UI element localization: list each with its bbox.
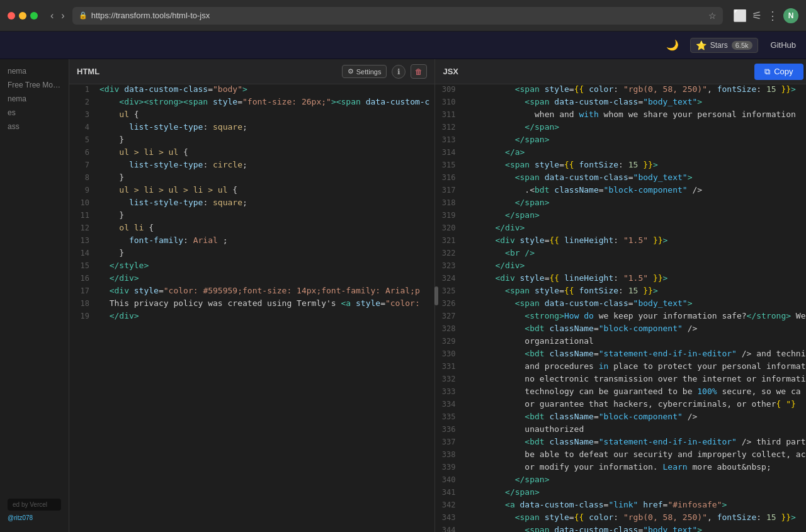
url-text: https://transform.tools/html-to-jsx <box>91 11 705 20</box>
close-window-btn[interactable] <box>8 12 15 20</box>
github-stars-widget[interactable]: ⭐ Stars 6.5k <box>690 38 758 53</box>
line-number: 15 <box>69 261 94 270</box>
sidebar-item-es[interactable]: es <box>0 106 69 120</box>
address-bar[interactable]: 🔒 https://transform.tools/html-to-jsx ☆ <box>72 7 723 25</box>
html-line-6: 6 ul > li > ul { <box>69 147 434 160</box>
profile-btn[interactable]: ⚟ <box>752 9 762 23</box>
line-code: ul > li > ul > li > ul { <box>94 185 434 195</box>
jsx-panel-title: JSX <box>443 67 458 76</box>
sidebar-item-nema1[interactable]: nema <box>0 64 69 78</box>
line-code: </style> <box>94 261 434 270</box>
line-number: 316 <box>435 173 460 182</box>
extensions-btn[interactable]: ⬜ <box>733 9 747 23</box>
settings-button[interactable]: ⚙ Settings <box>342 65 387 78</box>
jsx-line-322: 322 <br /> <box>435 248 806 261</box>
line-code: technology can be guaranteed to be 100% … <box>460 387 806 396</box>
dark-mode-toggle[interactable]: 🌙 <box>662 37 683 54</box>
html-line-16: 16 </div> <box>69 273 434 286</box>
line-code: <span style={{ fontSize: 15 }}> <box>460 160 806 169</box>
jsx-line-314: 314 </a> <box>435 147 806 160</box>
line-code: <bdt className="block-component" /> <box>460 412 806 421</box>
line-code: or guarantee that hackers, cybercriminal… <box>460 399 806 409</box>
line-number: 323 <box>435 261 460 270</box>
line-number: 318 <box>435 198 460 207</box>
powered-by-text: ed by Vercel <box>13 501 47 508</box>
editor-container: nema Free Tree Model nema es ass ed by V… <box>0 59 806 532</box>
line-number: 309 <box>435 84 460 94</box>
html-line-1: 1 <div data-custom-class="body"> <box>69 84 434 97</box>
jsx-line-332: 332 no electronic transmission over the … <box>435 374 806 387</box>
line-code: <a data-custom-class="link" href="#infos… <box>460 500 806 509</box>
line-number: 317 <box>435 185 460 195</box>
settings-icon: ⚙ <box>348 67 354 76</box>
jsx-panel: JSX ⧉ Copy 309 <span style={{ color: "rg… <box>435 59 806 532</box>
info-button[interactable]: ℹ <box>392 65 406 79</box>
line-code: be able to defeat our security and impro… <box>460 450 806 459</box>
line-number: 14 <box>69 248 94 258</box>
forward-btn[interactable]: › <box>59 9 67 23</box>
jsx-line-331: 331 and procedures in place to protect y… <box>435 361 806 374</box>
html-line-19: 19 </div> <box>69 311 434 324</box>
html-line-7: 7 list-style-type: circle; <box>69 160 434 173</box>
jsx-code-area[interactable]: 309 <span style={{ color: "rgb(0, 58, 25… <box>435 84 806 532</box>
line-number: 19 <box>69 311 94 320</box>
copy-button[interactable]: ⧉ Copy <box>754 64 803 80</box>
line-code: ul { <box>94 110 434 119</box>
info-icon: ℹ <box>397 67 400 76</box>
line-code: </div> <box>460 261 806 270</box>
line-code: list-style-type: circle; <box>94 160 434 169</box>
nav-arrows: ‹ › <box>48 9 67 23</box>
github-link[interactable]: GitHub <box>771 40 796 50</box>
user-link[interactable]: @ritz078 <box>8 514 33 521</box>
sidebar-item-ass[interactable]: ass <box>0 120 69 133</box>
jsx-line-340: 340 </span> <box>435 475 806 487</box>
line-number: 2 <box>69 97 94 106</box>
line-code: and procedures in place to protect your … <box>460 361 806 371</box>
bookmark-icon[interactable]: ☆ <box>708 11 717 21</box>
html-line-17: 17 <div style="color: #595959;font-size:… <box>69 286 434 298</box>
line-code: <bdt className="statement-end-if-in-edit… <box>460 437 806 446</box>
html-line-11: 11 } <box>69 210 434 223</box>
line-code: list-style-type: square; <box>94 122 434 132</box>
line-number: 330 <box>435 349 460 358</box>
line-number: 6 <box>69 147 94 157</box>
back-btn[interactable]: ‹ <box>48 9 56 23</box>
minimize-window-btn[interactable] <box>19 12 26 20</box>
line-code: ul > li > ul { <box>94 147 434 157</box>
jsx-line-313: 313 </span> <box>435 135 806 147</box>
maximize-window-btn[interactable] <box>30 12 38 20</box>
line-number: 324 <box>435 273 460 283</box>
line-number: 16 <box>69 273 94 283</box>
html-code-area[interactable]: 1 <div data-custom-class="body"> 2 <div>… <box>69 84 434 532</box>
jsx-line-334: 334 or guarantee that hackers, cybercrim… <box>435 399 806 412</box>
html-line-3: 3 ul { <box>69 110 434 122</box>
jsx-line-336: 336 unauthorized <box>435 424 806 437</box>
jsx-line-333: 333 technology can be guaranteed to be 1… <box>435 387 806 399</box>
line-code: } <box>94 173 434 182</box>
line-number: 13 <box>69 235 94 245</box>
line-code: no electronic transmission over the inte… <box>460 374 806 383</box>
line-code: <br /> <box>460 248 806 258</box>
line-number: 326 <box>435 298 460 308</box>
jsx-line-326: 326 <span data-custom-class="body_text"> <box>435 298 806 311</box>
line-code: </span> <box>460 122 806 132</box>
line-number: 7 <box>69 160 94 169</box>
html-line-10: 10 list-style-type: square; <box>69 198 434 210</box>
html-panel-header: HTML ⚙ Settings ℹ 🗑 <box>69 59 434 84</box>
line-code: </span> <box>460 210 806 220</box>
jsx-panel-header: JSX ⧉ Copy <box>435 59 806 84</box>
sidebar-item-freetree[interactable]: Free Tree Model <box>0 78 69 92</box>
jsx-line-310: 310 <span data-custom-class="body_text"> <box>435 97 806 110</box>
line-number: 1 <box>69 84 94 94</box>
line-code: when and with whom we share your persona… <box>460 110 806 119</box>
line-code: <span style={{ color: "rgb(0, 58, 250)",… <box>460 84 806 94</box>
menu-btn[interactable]: ⋮ <box>767 9 778 23</box>
html-line-12: 12 ol li { <box>69 223 434 235</box>
jsx-line-342: 342 <a data-custom-class="link" href="#i… <box>435 500 806 512</box>
sidebar-item-nema2[interactable]: nema <box>0 92 69 106</box>
jsx-line-321: 321 <div style={{ lineHeight: "1.5" }}> <box>435 235 806 248</box>
line-code: <span style={{ fontSize: 15 }}> <box>460 286 806 295</box>
line-number: 325 <box>435 286 460 295</box>
jsx-line-344: 344 <span data-custom-class="body_text"> <box>435 525 806 532</box>
delete-button[interactable]: 🗑 <box>411 64 427 79</box>
